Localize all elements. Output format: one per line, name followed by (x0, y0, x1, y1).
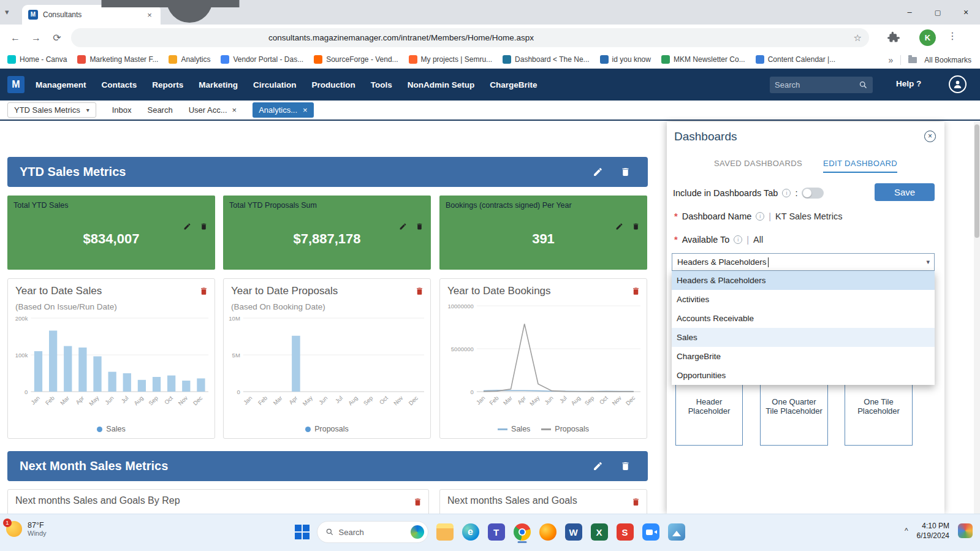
dropdown-option-headers-placeholders[interactable]: Headers & Placeholders (672, 271, 935, 290)
tab-search[interactable]: Search (147, 105, 172, 115)
window-maximize-button[interactable]: ▢ (924, 0, 952, 25)
tray-app-icon[interactable] (958, 523, 973, 538)
dropdown-option-activities[interactable]: Activities (672, 290, 935, 309)
bookmark-item[interactable]: Content Calendar |... (756, 55, 836, 64)
edit-icon[interactable] (615, 222, 623, 230)
chevron-down-icon[interactable]: ▾ (926, 258, 930, 266)
delete-icon[interactable] (200, 222, 208, 230)
bookmark-star-icon[interactable]: ☆ (854, 32, 862, 44)
svg-text:5M: 5M (232, 352, 240, 359)
dropdown-option-sales[interactable]: Sales (672, 328, 935, 347)
nav-item[interactable]: ChargeBrite (490, 80, 537, 89)
edit-icon[interactable] (593, 167, 603, 177)
nav-item[interactable]: Tools (371, 80, 392, 89)
svg-text:Nov: Nov (177, 394, 189, 406)
tab-close-icon[interactable]: × (232, 105, 237, 115)
teams-icon[interactable]: T (488, 523, 505, 541)
window-close-button[interactable]: × (952, 0, 980, 25)
dropdown-option-chargebrite[interactable]: ChargeBrite (672, 347, 935, 366)
bookmarks-overflow-icon[interactable]: » (889, 55, 894, 65)
tab-analytics-active[interactable]: Analytics... × (253, 102, 313, 118)
hidden-icons-chevron[interactable]: ^ (905, 526, 908, 535)
app-search-box[interactable] (770, 77, 873, 93)
s-app-icon[interactable]: S (617, 523, 634, 541)
edit-icon[interactable] (399, 222, 407, 230)
bookmark-item[interactable]: SourceForge - Vend... (314, 55, 398, 64)
tab-edit-dashboard[interactable]: EDIT DASHBOARD (823, 159, 897, 173)
nav-item[interactable]: NonAdmin Setup (408, 80, 475, 89)
taskbar-weather-widget[interactable]: 1 87°F Windy (6, 521, 47, 537)
chrome-icon[interactable] (514, 523, 531, 541)
reload-button[interactable]: ⟳ (49, 30, 65, 46)
bookmark-item[interactable]: Dashboard < The Ne... (503, 55, 590, 64)
bookmark-item[interactable]: MKM Newsletter Co... (661, 55, 745, 64)
save-button[interactable]: Save (875, 183, 935, 201)
browser-menu-icon[interactable]: ⋮ (946, 30, 959, 42)
photos-icon[interactable] (668, 523, 685, 541)
delete-icon[interactable] (416, 222, 424, 230)
firefox-icon[interactable] (539, 523, 556, 541)
dropdown-option-opportunities[interactable]: Opportunities (672, 366, 935, 385)
tab-inbox[interactable]: Inbox (112, 105, 132, 115)
delete-icon[interactable] (631, 497, 640, 507)
user-profile-icon[interactable] (949, 75, 967, 93)
nav-item[interactable]: Contacts (102, 80, 137, 89)
edit-icon[interactable] (183, 222, 191, 230)
app-search-input[interactable] (775, 80, 859, 89)
help-link[interactable]: Help ? (896, 79, 921, 88)
bookmark-item[interactable]: Analytics (169, 55, 210, 64)
search-icon[interactable] (859, 80, 868, 89)
include-toggle[interactable] (802, 188, 824, 199)
bookmark-item[interactable]: Marketing Master F... (77, 55, 158, 64)
delete-icon[interactable] (620, 167, 631, 177)
browser-profile-avatar[interactable]: K (919, 29, 936, 46)
dashboard-selector-tab[interactable]: YTD Sales Metrics ▾ (7, 102, 96, 118)
delete-icon[interactable] (199, 286, 208, 296)
delete-icon[interactable] (631, 286, 640, 296)
excel-icon[interactable]: X (591, 523, 608, 541)
taskbar-clock[interactable]: 4:10 PM 6/19/2024 (917, 521, 949, 541)
taskbar-search[interactable]: Search (317, 521, 428, 543)
nav-item[interactable]: Reports (152, 80, 183, 89)
delete-icon[interactable] (413, 497, 422, 507)
url-bar[interactable]: consultants.magazinemanager.com/intranet… (71, 28, 869, 47)
start-button[interactable] (295, 525, 310, 539)
panel-close-icon[interactable]: × (924, 131, 936, 142)
info-icon[interactable]: i (782, 189, 791, 197)
bookmark-item[interactable]: id you know (600, 55, 651, 64)
info-icon[interactable]: i (756, 212, 764, 221)
zoom-icon[interactable] (642, 523, 659, 541)
delete-icon[interactable] (632, 222, 640, 230)
available-to-value[interactable]: All (753, 235, 763, 245)
url-text[interactable]: consultants.magazinemanager.com/intranet… (268, 33, 848, 42)
scrollbar-thumb[interactable] (974, 124, 979, 238)
tab-close-icon[interactable]: × (303, 105, 308, 115)
tab-saved-dashboards[interactable]: SAVED DASHBOARDS (714, 159, 802, 173)
window-minimize-button[interactable]: – (895, 0, 924, 25)
forward-button[interactable]: → (28, 30, 44, 46)
bookmark-item[interactable]: Home - Canva (7, 55, 67, 64)
bookmark-item[interactable]: Vendor Portal - Das... (221, 55, 303, 64)
nav-item[interactable]: Production (312, 80, 355, 89)
edge-icon[interactable]: e (462, 523, 479, 541)
delete-icon[interactable] (415, 286, 424, 296)
nav-item[interactable]: Management (36, 80, 86, 89)
word-icon[interactable]: W (565, 523, 582, 541)
tab-user-acc[interactable]: User Acc... × (189, 105, 237, 115)
nav-item[interactable]: Circulation (253, 80, 297, 89)
file-explorer-icon[interactable] (436, 523, 454, 541)
tab-search-icon[interactable]: ▾ (5, 7, 9, 17)
info-icon[interactable]: i (734, 235, 742, 244)
app-logo[interactable]: M (7, 76, 25, 93)
all-bookmarks-label[interactable]: All Bookmarks (924, 56, 971, 64)
dropdown-option-accounts-receivable[interactable]: Accounts Receivable (672, 309, 935, 328)
page-scrollbar[interactable] (974, 122, 980, 514)
widget-category-select[interactable]: Headers & Placeholders ▾ (672, 253, 935, 271)
back-button[interactable]: ← (7, 30, 23, 46)
extensions-icon[interactable] (887, 31, 900, 44)
nav-item[interactable]: Marketing (199, 80, 238, 89)
bookmark-item[interactable]: My projects | Semru... (409, 55, 492, 64)
edit-icon[interactable] (593, 461, 603, 471)
delete-icon[interactable] (620, 461, 631, 471)
dashboard-name-value[interactable]: KT Sales Metrics (775, 211, 842, 221)
